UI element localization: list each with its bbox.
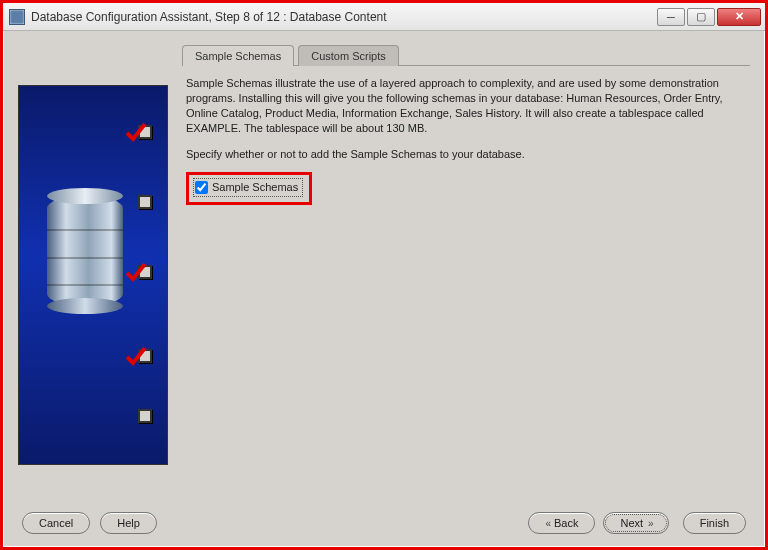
button-bar: Cancel Help «Back Next» Finish bbox=[4, 500, 764, 546]
tab-strip: Sample Schemas Custom Scripts bbox=[182, 45, 750, 66]
step-marker bbox=[135, 192, 155, 212]
sample-schemas-checkbox-wrap[interactable]: Sample Schemas bbox=[193, 178, 303, 197]
minimize-button[interactable]: ─ bbox=[657, 8, 685, 26]
window-title: Database Configuration Assistant, Step 8… bbox=[31, 10, 657, 24]
checkmark-icon bbox=[123, 260, 147, 284]
sidebar-graphic bbox=[18, 85, 168, 465]
back-button[interactable]: «Back bbox=[528, 512, 595, 534]
checkmark-icon bbox=[123, 120, 147, 144]
step-marker bbox=[135, 346, 155, 366]
main-panel: Sample Schemas Custom Scripts Sample Sch… bbox=[182, 45, 750, 486]
next-button[interactable]: Next» bbox=[603, 512, 668, 534]
step-marker bbox=[135, 262, 155, 282]
cancel-button[interactable]: Cancel bbox=[22, 512, 90, 534]
step-marker bbox=[135, 406, 155, 426]
app-icon bbox=[9, 9, 25, 25]
step-marker bbox=[135, 122, 155, 142]
sample-schemas-checkbox[interactable] bbox=[195, 181, 208, 194]
titlebar: Database Configuration Assistant, Step 8… bbox=[3, 3, 765, 31]
tab-sample-schemas[interactable]: Sample Schemas bbox=[182, 45, 294, 66]
maximize-button[interactable]: ▢ bbox=[687, 8, 715, 26]
description-text: Sample Schemas illustrate the use of a l… bbox=[186, 76, 746, 135]
chevron-right-icon: » bbox=[648, 518, 652, 529]
tab-custom-scripts[interactable]: Custom Scripts bbox=[298, 45, 399, 66]
help-button[interactable]: Help bbox=[100, 512, 157, 534]
chevron-left-icon: « bbox=[545, 518, 549, 529]
checkmark-icon bbox=[123, 344, 147, 368]
instruction-text: Specify whether or not to add the Sample… bbox=[186, 147, 746, 162]
finish-button[interactable]: Finish bbox=[683, 512, 746, 534]
close-button[interactable]: ✕ bbox=[717, 8, 761, 26]
database-cylinder-icon bbox=[47, 196, 123, 306]
sample-schemas-label: Sample Schemas bbox=[212, 180, 298, 195]
wizard-sidebar bbox=[18, 45, 168, 486]
highlight-annotation: Sample Schemas bbox=[186, 172, 312, 205]
